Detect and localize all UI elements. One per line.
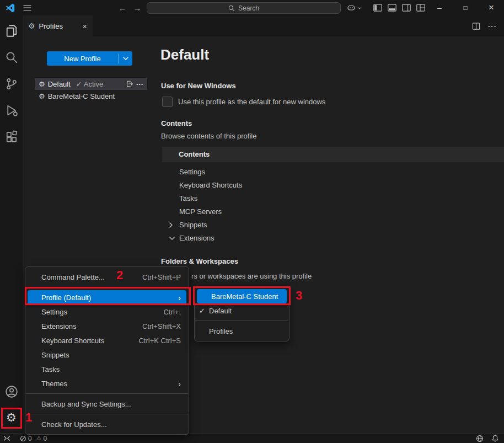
profile-name: Default <box>48 80 71 88</box>
new-profile-dropdown[interactable] <box>119 51 132 66</box>
vscode-logo-icon <box>6 3 15 13</box>
menu-item-snippets[interactable]: Snippets <box>25 348 189 362</box>
editor-actions: ··· <box>472 15 497 36</box>
new-profile-split-button: New Profile <box>47 51 132 66</box>
title-bar: ← → Search – □ × <box>0 0 504 15</box>
toggle-panel-icon[interactable] <box>388 4 396 12</box>
export-profile-icon[interactable] <box>126 80 133 88</box>
search-command-center[interactable]: Search <box>147 2 341 14</box>
menu-separator <box>195 321 288 321</box>
profile-gear-icon: ⚙ <box>39 92 45 100</box>
contents-row-mcp-servers[interactable]: MCP Servers <box>162 205 504 218</box>
maximize-button[interactable]: □ <box>455 0 475 15</box>
contents-row-settings[interactable]: Settings <box>162 166 504 179</box>
more-actions-icon[interactable]: ··· <box>488 22 497 30</box>
menu-separator <box>26 287 188 287</box>
profile-gear-icon: ⚙ <box>39 80 45 88</box>
contents-table-header: Contents <box>162 147 504 162</box>
contents-row-extensions[interactable]: Extensions <box>162 232 504 245</box>
forward-icon[interactable]: → <box>131 2 144 13</box>
search-label: Search <box>238 4 259 12</box>
chevron-right-icon <box>169 218 173 232</box>
accounts-icon[interactable] <box>4 385 18 398</box>
manage-gear-menu: Command Palette... Ctrl+Shift+P Profile … <box>25 266 189 435</box>
profile-heading: Default <box>160 46 209 63</box>
profiles-tab-icon: ⚙ <box>28 22 35 30</box>
contents-rows: Settings Keyboard Shortcuts Tasks MCP Se… <box>162 166 504 245</box>
profile-list-item-default[interactable]: ⚙ Default ✓ Active ··· <box>35 78 147 90</box>
problems-errors[interactable]: 0 <box>20 435 32 442</box>
section-contents: Contents <box>161 119 192 127</box>
menu-item-backup-sync[interactable]: Backup and Sync Settings... <box>25 397 189 411</box>
copilot-icon[interactable] <box>347 3 362 12</box>
menu-item-profile[interactable]: Profile (Default) › <box>28 290 186 305</box>
toggle-primary-sidebar-icon[interactable] <box>373 4 382 12</box>
copilot-status-icon[interactable] <box>476 435 484 442</box>
manage-gear-icon[interactable]: ⚙ <box>4 410 18 424</box>
menu-item-keyboard-shortcuts[interactable]: Keyboard Shortcuts Ctrl+K Ctrl+S <box>25 333 189 348</box>
profile-list-item-baremetal[interactable]: ⚙ BareMetal-C Student <box>35 90 147 102</box>
submenu-item-profiles[interactable]: Profiles <box>195 324 289 338</box>
checkbox-label: Use this profile as the default for new … <box>178 98 325 106</box>
new-profile-button[interactable]: New Profile <box>47 51 118 66</box>
contents-row-tasks[interactable]: Tasks <box>162 192 504 205</box>
submenu-item-baremetal-student[interactable]: BareMetal-C Student <box>197 289 287 303</box>
minimize-button[interactable]: – <box>430 0 449 15</box>
section-use-for-new-windows: Use for New Windows <box>161 82 236 90</box>
explorer-icon[interactable] <box>4 24 18 38</box>
menu-item-extensions[interactable]: Extensions Ctrl+Shift+X <box>25 319 189 333</box>
chevron-down-icon <box>169 232 175 245</box>
warning-icon: ⚠ <box>36 435 42 442</box>
tab-close-icon[interactable]: × <box>82 22 87 31</box>
contents-subtitle: Browse contents of this profile <box>161 132 256 140</box>
submenu-arrow-icon: › <box>178 379 181 388</box>
menu-item-settings[interactable]: Settings Ctrl+, <box>25 305 189 319</box>
profile-submenu: BareMetal-C Student ✓ Default Profiles <box>194 286 289 341</box>
toggle-secondary-sidebar-icon[interactable] <box>402 4 411 12</box>
notifications-bell-icon[interactable] <box>491 435 499 442</box>
problems-warnings[interactable]: ⚠ 0 <box>36 435 47 442</box>
default-profile-checkbox[interactable] <box>162 97 173 107</box>
section-folders-workspaces: Folders & Workspaces <box>161 257 238 265</box>
profile-more-icon[interactable]: ··· <box>136 80 143 88</box>
folders-subtitle: rs or workspaces are using this profile <box>191 272 312 280</box>
check-icon: ✓ <box>199 307 209 315</box>
close-window-button[interactable]: × <box>481 0 501 15</box>
search-icon <box>228 5 235 12</box>
activity-bar: ⚙ <box>0 15 23 433</box>
menu-separator <box>26 393 188 394</box>
profile-detail: Default Use for New Windows Use this pro… <box>160 36 504 433</box>
remote-indicator-icon[interactable] <box>3 435 10 442</box>
tab-profiles[interactable]: ⚙ Profiles × <box>23 15 93 36</box>
back-icon[interactable]: ← <box>116 2 129 13</box>
menu-separator <box>26 414 188 414</box>
submenu-item-default[interactable]: ✓ Default <box>195 303 289 318</box>
menu-item-check-updates[interactable]: Check for Updates... <box>25 417 189 431</box>
tab-label: Profiles <box>39 22 79 30</box>
source-control-icon[interactable] <box>4 77 18 90</box>
menu-item-command-palette[interactable]: Command Palette... Ctrl+Shift+P <box>25 270 189 284</box>
run-debug-icon[interactable] <box>4 103 18 117</box>
contents-row-snippets[interactable]: Snippets <box>162 218 504 232</box>
editor-tab-bar: ⚙ Profiles × ··· <box>23 15 504 36</box>
search-sidebar-icon[interactable] <box>4 50 18 64</box>
error-icon <box>20 435 26 442</box>
menu-hamburger-icon[interactable] <box>23 4 31 11</box>
contents-row-keyboard-shortcuts[interactable]: Keyboard Shortcuts <box>162 179 504 192</box>
active-badge: ✓ Active <box>76 80 103 88</box>
menu-item-themes[interactable]: Themes › <box>25 376 189 391</box>
customize-layout-icon[interactable] <box>416 4 425 12</box>
submenu-arrow-icon: › <box>178 293 181 302</box>
extensions-icon[interactable] <box>4 130 18 143</box>
vscode-window: ← → Search – □ × <box>0 0 504 443</box>
profile-name: BareMetal-C Student <box>48 92 115 100</box>
check-icon: ✓ <box>76 80 82 88</box>
menu-item-tasks[interactable]: Tasks <box>25 362 189 376</box>
split-editor-icon[interactable] <box>472 22 480 30</box>
